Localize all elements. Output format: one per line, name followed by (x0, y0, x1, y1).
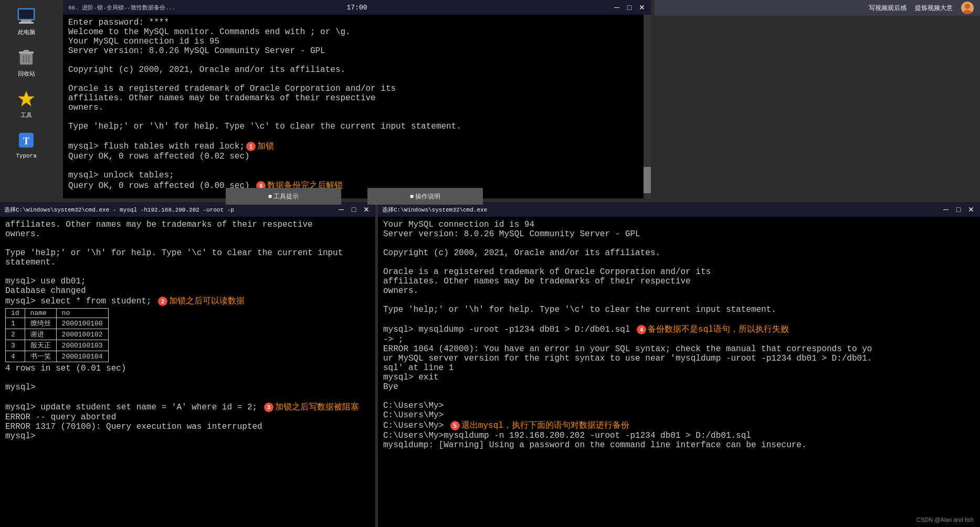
cmd-line (68, 75, 638, 84)
close-button-bl[interactable]: ✕ (362, 205, 371, 214)
cell: 2000100100 (56, 318, 108, 329)
panel-text-right: ■ 操作说明 (410, 192, 441, 201)
main-cmd-title: 66. 进阶-锁-全局锁--致性数据备份... (68, 4, 176, 12)
restore-button-br[interactable]: □ (954, 205, 963, 214)
col-id: id (6, 309, 25, 318)
cell: 2000100104 (56, 351, 108, 362)
cell: 2000100102 (56, 329, 108, 340)
svg-point-14 (963, 10, 972, 14)
cmd-line: Your MySQL connection id is 95 (68, 37, 638, 46)
close-button[interactable]: ✕ (637, 3, 647, 12)
desktop-icon-recycle-bin[interactable]: 回收站 (5, 47, 47, 78)
mysql-table: id name no 1 燎绮丝 2000100100 2 谢进 2000100… (5, 308, 109, 362)
restore-button[interactable]: □ (625, 3, 634, 12)
svg-rect-3 (19, 9, 34, 19)
cell: 殷天正 (25, 340, 56, 351)
cmd-line: affiliates. Other names may be trademark… (383, 277, 975, 286)
cell: 2 (6, 329, 25, 340)
cmd-line: ERROR -- query aborted (5, 413, 370, 422)
svg-text:T: T (23, 136, 29, 146)
cell: 2000100103 (56, 340, 108, 351)
minimize-button[interactable]: ─ (612, 3, 621, 12)
cmd-line (5, 239, 370, 248)
cmd-line (383, 314, 975, 324)
extract-meaning-btn[interactable]: 提炼视频大意 (915, 4, 953, 13)
cmd-line (383, 258, 975, 267)
cmd-line: -> ; (383, 335, 975, 344)
cmd-line (5, 267, 370, 277)
cmd-line (68, 56, 638, 65)
desktop-icon-typora[interactable]: T Typora (5, 130, 47, 159)
panel-overlay-left: ■ 工具提示 (226, 188, 341, 205)
main-scrollbar[interactable] (644, 15, 651, 198)
scroll-thumb[interactable] (644, 167, 651, 193)
minimize-button-br[interactable]: ─ (941, 205, 951, 214)
cmd-line (5, 392, 370, 402)
cmd-line: owners. (5, 229, 370, 239)
cmd-line: Your MySQL connection id is 94 (383, 220, 975, 229)
cmd-line (383, 296, 975, 305)
cmd-line: mysql> (5, 431, 370, 441)
typora-icon: T (16, 130, 37, 151)
cmd-line: ERROR 1317 (70100): Query execution was … (5, 422, 370, 431)
cmd-line: Copyright (c) 2000, 2021, Oracle and/or … (383, 248, 975, 258)
minimize-button-bl[interactable]: ─ (336, 205, 346, 214)
cmd-line: mysqldump: [Warning] Using a password on… (383, 440, 975, 450)
cmd-line: affiliates. Other names may be trademark… (68, 93, 638, 103)
my-computer-label: 此电脑 (18, 28, 35, 36)
svg-rect-6 (24, 50, 29, 52)
cmd-line: Copyright (c) 2000, 2021, Oracle and/or … (68, 65, 638, 75)
col-name: name (25, 309, 56, 318)
cmd-line: mysql> exit (383, 373, 975, 382)
mysql-table-container: id name no 1 燎绮丝 2000100100 2 谢进 2000100… (5, 308, 370, 362)
exit-mysql-line: C:\Users\My> 5退出mysql，执行下面的语句对数据进行备份 (383, 420, 975, 431)
cmd-line: C:\Users\My>mysqldump -n 192.168.200.202… (383, 431, 975, 440)
panel-text-left: ■ 工具提示 (268, 192, 299, 201)
cmd-line (383, 239, 975, 248)
top-right-bar: 写视频观后感 提炼视频大意 (655, 0, 980, 16)
badge-1: 1 (246, 142, 256, 151)
cmd-line: Type 'help;' or '\h' for help. Type '\c'… (5, 248, 370, 267)
cmd-line: Oracle is a registered trademark of Orac… (383, 267, 975, 277)
cmd-line: C:\Users\My> (383, 401, 975, 410)
cmd-line: owners. (383, 286, 975, 296)
cmd-line: Query OK, 0 rows affected (0.02 sec) (68, 152, 638, 161)
cmd-line: 4 rows in set (0.01 sec) (5, 364, 370, 373)
cmd-line: Server version: 8.0.26 MySQL Community S… (68, 46, 638, 56)
table-row: 1 燎绮丝 2000100100 (6, 318, 109, 329)
cmd-line: Enter password: **** (68, 18, 638, 27)
table-row: 2 谢进 2000100102 (6, 329, 109, 340)
csdn-watermark: CSDN @Alan and fish (916, 517, 974, 523)
cmd-line: Query OK, 0 rows affected (0.00 sec) 6数据… (68, 180, 638, 191)
cmd-line (68, 112, 638, 122)
bottom-left-title: 选择C:\Windows\system32\cmd.exe - mysql -h… (4, 206, 234, 214)
cmd-line: Bye (383, 382, 975, 392)
main-cmd-titlebar: 66. 进阶-锁-全局锁--致性数据备份... 17:00 ─ □ ✕ (63, 0, 651, 15)
desktop-icon-my-computer[interactable]: 此电脑 (5, 5, 47, 36)
restore-button-bl[interactable]: □ (349, 205, 359, 214)
select-line: mysql> select * from student; 2加锁之后可以读数据 (5, 296, 370, 307)
badge-4: 4 (637, 325, 646, 334)
cmd-line: mysql> (5, 383, 370, 392)
cmd-line (68, 161, 638, 171)
tools-label: 工具 (20, 111, 32, 119)
cmd-line: Database changed (5, 286, 370, 296)
bottom-left-win-controls: ─ □ ✕ (336, 205, 371, 214)
svg-marker-10 (18, 91, 34, 106)
cmd-line: Oracle is a registered trademark of Orac… (68, 84, 638, 93)
badge-5: 5 (450, 421, 460, 430)
desktop-icon-star[interactable]: 工具 (5, 88, 47, 119)
close-button-br[interactable]: ✕ (966, 205, 976, 214)
user-avatar[interactable] (961, 2, 974, 14)
cmd-line: ur MySQL server version for the right sy… (383, 354, 975, 363)
recycle-bin-label: 回收站 (18, 70, 35, 78)
write-review-btn[interactable]: 写视频观后感 (869, 4, 907, 13)
cmd-line (383, 392, 975, 401)
cmd-line: sql' at line 1 (383, 363, 975, 373)
cmd-line: affiliates. Other names may be trademark… (5, 220, 370, 229)
cmd-line: Welcome to the MySQL monitor. Commands e… (68, 27, 638, 37)
update-line: mysql> update student set name = 'A' whe… (5, 402, 370, 413)
mysqldump-fail-line: mysql> mysqldump -uroot -p1234 db01 > D:… (383, 324, 975, 335)
cell: 3 (6, 340, 25, 351)
col-no: no (56, 309, 108, 318)
